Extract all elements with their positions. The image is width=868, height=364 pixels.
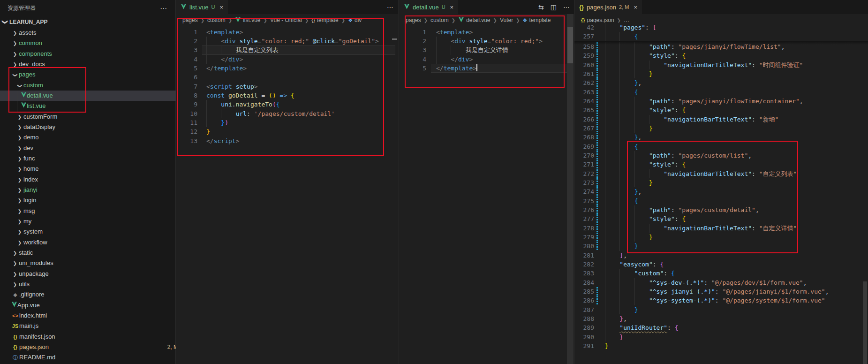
tree-item-custom[interactable]: ❯custom● (0, 80, 191, 91)
tree-item-unpackage[interactable]: ❯unpackage (0, 269, 187, 279)
tree-item-assets[interactable]: ❯assets (0, 28, 187, 38)
workspace-root-header[interactable]: ❯LEARUN_APP (0, 17, 175, 27)
code-line[interactable]: 290 } (574, 333, 868, 341)
code-line[interactable]: 1<template> (176, 28, 398, 37)
code-line[interactable]: 3 我是自定义列表 (176, 46, 398, 54)
tree-item-jianyi[interactable]: ❯jianyi● (0, 185, 191, 195)
code-line[interactable]: 10 url: '/pages/custom/detail' (176, 109, 398, 118)
tree-item-manifest.json[interactable]: {}manifest.json (0, 332, 187, 342)
tree-item-msg[interactable]: ❯msg (0, 206, 191, 216)
tree-item-pages.json[interactable]: {}pages.json2, M (0, 342, 187, 352)
code-line[interactable]: 270 "path": "pages/custom/list", (574, 151, 868, 160)
detail-editor-scrollbar-thumb[interactable] (567, 27, 573, 63)
code-line[interactable]: 13</script> (176, 136, 398, 145)
tree-item-dev_docs[interactable]: ❯dev_docs (0, 59, 187, 69)
code-area[interactable]: 1<template>2 <div style="color: red;">3 … (399, 0, 574, 364)
code-line[interactable]: 266 "navigationBarTitleText": "新增" (574, 115, 868, 124)
code-text: url: '/pages/custom/detail' (206, 109, 335, 118)
code-line[interactable]: 262 }, (574, 78, 868, 87)
code-line[interactable]: 12} (176, 127, 398, 136)
tree-item-workflow[interactable]: ❯workflow (0, 237, 191, 248)
code-line[interactable]: 11 }) (176, 118, 398, 127)
sticky-scroll[interactable]: 42 "pages": [257 { (574, 23, 868, 41)
code-line[interactable]: 1<template> (399, 28, 574, 37)
code-line[interactable]: 4 </div> (399, 55, 574, 64)
git-modified-gutter (596, 124, 598, 133)
code-line[interactable]: 291} (574, 341, 868, 350)
code-line[interactable]: 275 { (574, 197, 868, 205)
code-line[interactable]: 276 "path": "pages/custom/detail", (574, 205, 868, 214)
code-line[interactable]: 273 } (574, 178, 868, 187)
code-line[interactable]: 4 </div> (176, 55, 398, 64)
code-line[interactable]: 286 "^sys-system-(.*)": "@/pages/system/… (574, 296, 868, 305)
code-line[interactable]: 280 } (574, 242, 868, 250)
explorer-more-icon[interactable]: ⋯ (160, 0, 167, 16)
tree-item-customForm[interactable]: ❯customForm (0, 112, 191, 122)
tree-item-func[interactable]: ❯func (0, 153, 191, 164)
code-line[interactable]: 282 "easycom": { (574, 260, 868, 269)
code-line[interactable]: 285 "^sys-jianyi-(.*)": "@/pages/jianyi/… (574, 287, 868, 296)
tree-item-main.js[interactable]: JSmain.js (0, 321, 187, 331)
code-line[interactable]: 278 "navigationBarTitleText": "自定义详情" (574, 224, 868, 233)
code-text: "style": { (605, 214, 686, 223)
code-line[interactable]: 281 ], (574, 251, 868, 260)
code-line[interactable]: 2 <div style="color: red;" @click="goDet… (176, 37, 398, 46)
line-number: 269 (574, 142, 594, 151)
tree-item-dev[interactable]: ❯dev (0, 143, 191, 153)
tree-item-my[interactable]: ❯my (0, 216, 191, 227)
code-line[interactable]: 42 "pages": [ (574, 23, 868, 32)
tree-item-pages[interactable]: ❯pages● (0, 69, 187, 80)
code-line[interactable]: 7<script setup> (176, 82, 398, 91)
tree-item-static[interactable]: ❯static (0, 248, 187, 258)
pages-json-scrollbar-thumb[interactable] (863, 281, 867, 364)
tree-item-detail.vue[interactable]: detail.vueU (0, 91, 196, 101)
tree-item-.gitignore[interactable]: ◆.gitignore (0, 289, 187, 300)
tree-item-App.vue[interactable]: App.vue (0, 300, 187, 311)
code-line[interactable]: 257 { (574, 32, 868, 41)
code-line[interactable]: 2 <div style="color: red;"> (399, 37, 574, 46)
code-area[interactable]: 1<template>2 <div style="color: red;" @c… (176, 0, 398, 364)
code-line[interactable]: 5</template> (176, 64, 398, 73)
tree-item-home[interactable]: ❯home (0, 164, 191, 174)
code-line[interactable]: 274 }, (574, 187, 868, 196)
code-line[interactable]: 9 uni.navigateTo({ (176, 100, 398, 109)
tree-item-list.vue[interactable]: list.vueU (0, 101, 196, 111)
tree-item-demo[interactable]: ❯demo (0, 132, 191, 143)
code-line[interactable]: 267 } (574, 124, 868, 133)
code-line[interactable]: 269 { (574, 142, 868, 151)
line-number: 279 (574, 233, 594, 242)
tree-item-utils[interactable]: ❯utils (0, 279, 187, 289)
code-line[interactable]: 279 } (574, 233, 868, 242)
code-line[interactable]: 8const goDetail = () => { (176, 91, 398, 100)
code-line[interactable]: 261 } (574, 69, 868, 78)
tree-item-common[interactable]: ❯common● (0, 38, 187, 48)
code-line[interactable]: 264 "path": "pages/jianyi/flowTime/conta… (574, 97, 868, 106)
code-line[interactable]: 265 "style": { (574, 106, 868, 114)
tree-item-system[interactable]: ❯system (0, 227, 191, 237)
code-line[interactable]: 259 "style": { (574, 51, 868, 60)
tree-item-components[interactable]: ❯components● (0, 49, 187, 59)
code-line[interactable]: 271 "style": { (574, 160, 868, 169)
code-line[interactable]: 263 { (574, 88, 868, 97)
code-line[interactable]: 289 "uniIdRouter": { (574, 323, 868, 332)
tree-item-index[interactable]: ❯index (0, 174, 191, 185)
code-line[interactable]: 288 }, (574, 314, 868, 323)
code-line[interactable]: 260 "navigationBarTitleText": "时间组件验证" (574, 61, 868, 69)
code-line[interactable]: 5</template> (399, 64, 574, 73)
tree-item-label: workflow (23, 239, 47, 246)
tree-item-README.md[interactable]: ⓘREADME.md (0, 352, 187, 363)
code-line[interactable]: 3 我是自定义详情 (399, 46, 574, 54)
tree-item-index.html[interactable]: <>index.html (0, 311, 187, 321)
code-line[interactable]: 277 "style": { (574, 214, 868, 223)
tree-item-uni_modules[interactable]: ❯uni_modules (0, 258, 187, 268)
code-area[interactable]: 258 "path": "pages/jianyi/flowTime/list"… (574, 0, 868, 364)
code-line[interactable]: 272 "navigationBarTitleText": "自定义列表" (574, 169, 868, 178)
code-line[interactable]: 283 "custom": { (574, 269, 868, 278)
code-line[interactable]: 287 } (574, 305, 868, 314)
detail-editor-scrollbar[interactable] (567, 14, 574, 364)
tree-item-login[interactable]: ❯login (0, 195, 191, 205)
code-line[interactable]: 284 "^sys-dev-(.*)": "@/pages/dev/$1/for… (574, 278, 868, 287)
code-line[interactable]: 6 (176, 73, 398, 82)
code-line[interactable]: 268 }, (574, 133, 868, 142)
tree-item-dataDisplay[interactable]: ❯dataDisplay (0, 122, 191, 132)
